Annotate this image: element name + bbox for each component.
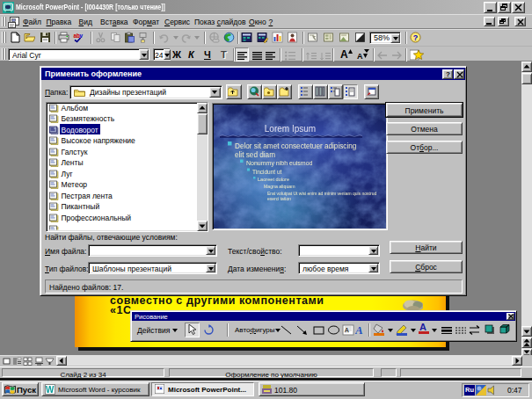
svg-text:Tincidunt ut: Tincidunt ut — [252, 169, 282, 175]
svg-text:Erat volutpat Ut wisi enim ad: Erat volutpat Ut wisi enim ad minim veni… — [267, 191, 376, 196]
svg-text:v: v — [80, 33, 84, 39]
svg-text:elit sed diam: elit sed diam — [235, 151, 275, 159]
svg-text:Laoreet dolore: Laoreet dolore — [258, 177, 289, 182]
svg-text:?: ? — [412, 33, 418, 42]
svg-text:Delor sit amet consectetuer ad: Delor sit amet consectetuer adipiscing — [235, 142, 357, 150]
svg-text:Lorem Ipsum: Lorem Ipsum — [265, 124, 316, 134]
svg-text:A: A — [355, 323, 363, 336]
svg-text:Magna aliquam: Magna aliquam — [264, 184, 295, 189]
svg-text:exerci tation: exerci tation — [267, 196, 291, 201]
svg-text:Nonummy nibh euismod: Nonummy nibh euismod — [246, 160, 313, 167]
svg-text:A: A — [345, 327, 349, 333]
